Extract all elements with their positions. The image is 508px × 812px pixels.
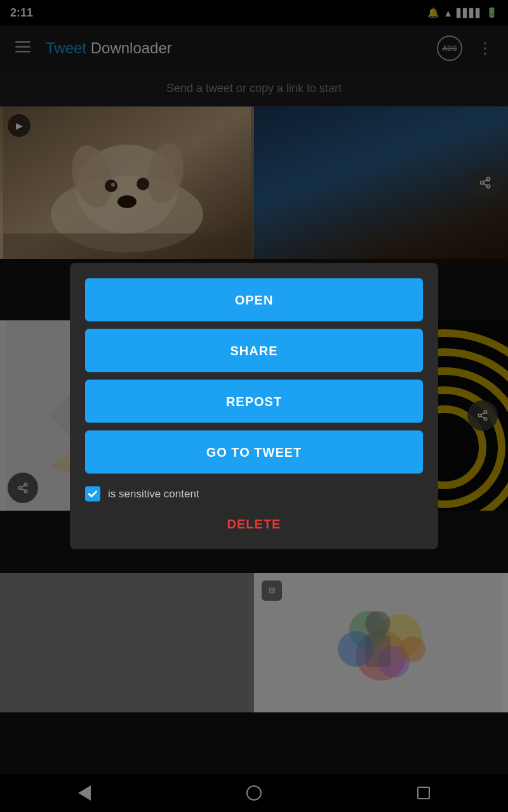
sensitive-row: is sensitive content bbox=[85, 481, 423, 504]
go-to-tweet-button[interactable]: GO TO TWEET bbox=[85, 431, 423, 474]
open-button[interactable]: OPEN bbox=[85, 278, 423, 322]
action-modal: OPEN SHARE REPOST GO TO TWEET is sensiti… bbox=[70, 263, 438, 549]
share-button[interactable]: SHARE bbox=[85, 329, 423, 372]
sensitive-label: is sensitive content bbox=[108, 488, 199, 501]
delete-button[interactable]: DELETE bbox=[85, 512, 423, 532]
repost-button[interactable]: REPOST bbox=[85, 380, 423, 423]
sensitive-checkbox[interactable] bbox=[85, 487, 100, 502]
